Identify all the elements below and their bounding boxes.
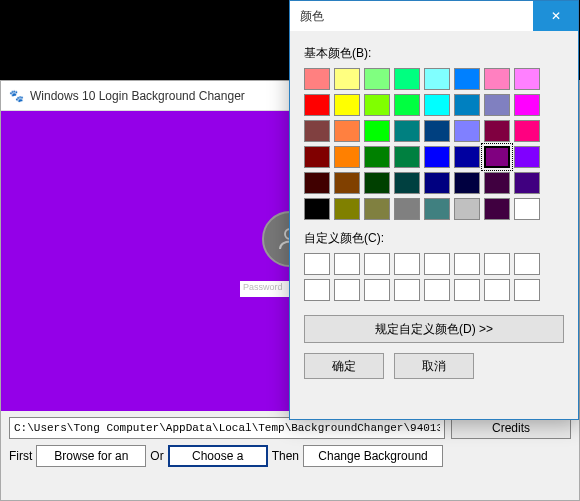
color-swatch[interactable] [514,120,540,142]
color-swatch[interactable] [484,146,510,168]
custom-color-swatch[interactable] [334,279,360,301]
color-swatch[interactable] [334,198,360,220]
custom-color-swatch[interactable] [394,253,420,275]
color-swatch[interactable] [514,146,540,168]
color-swatch[interactable] [304,146,330,168]
ok-button[interactable]: 确定 [304,353,384,379]
color-swatch[interactable] [304,198,330,220]
color-swatch[interactable] [424,120,450,142]
color-swatch[interactable] [454,146,480,168]
custom-color-swatch[interactable] [514,253,540,275]
color-dialog-titlebar: 颜色 ✕ [290,1,578,31]
color-swatch[interactable] [454,172,480,194]
color-swatch[interactable] [334,94,360,116]
app-icon: 🐾 [9,89,24,103]
define-custom-color-button[interactable]: 规定自定义颜色(D) >> [304,315,564,343]
color-swatch[interactable] [424,172,450,194]
color-swatch[interactable] [334,172,360,194]
color-swatch[interactable] [424,146,450,168]
color-swatch[interactable] [424,94,450,116]
color-dialog-close-button[interactable]: ✕ [533,1,578,31]
color-swatch[interactable] [334,120,360,142]
cancel-button[interactable]: 取消 [394,353,474,379]
custom-color-swatch[interactable] [334,253,360,275]
change-background-button[interactable]: Change Background [303,445,443,467]
color-swatch[interactable] [394,94,420,116]
color-dialog-body: 基本颜色(B): 自定义颜色(C): 规定自定义颜色(D) >> 确定 取消 [290,31,578,389]
color-dialog-title: 颜色 [300,8,533,25]
custom-color-swatch[interactable] [424,279,450,301]
color-swatch[interactable] [334,146,360,168]
color-swatch[interactable] [304,120,330,142]
credits-button[interactable]: Credits [451,417,571,439]
color-swatch[interactable] [514,94,540,116]
custom-color-swatch[interactable] [394,279,420,301]
custom-color-swatch[interactable] [364,279,390,301]
color-swatch[interactable] [304,172,330,194]
color-swatch[interactable] [364,120,390,142]
color-swatch[interactable] [484,120,510,142]
color-swatch[interactable] [514,198,540,220]
color-swatch[interactable] [424,68,450,90]
color-swatch[interactable] [424,198,450,220]
color-dialog: 颜色 ✕ 基本颜色(B): 自定义颜色(C): 规定自定义颜色(D) >> 确定… [289,0,579,420]
color-swatch[interactable] [454,198,480,220]
color-swatch[interactable] [394,172,420,194]
basic-color-grid [304,68,564,220]
color-swatch[interactable] [484,94,510,116]
custom-color-swatch[interactable] [304,253,330,275]
custom-color-swatch[interactable] [514,279,540,301]
basic-colors-label: 基本颜色(B): [304,45,564,62]
color-swatch[interactable] [364,146,390,168]
color-swatch[interactable] [304,68,330,90]
color-swatch[interactable] [454,68,480,90]
color-swatch[interactable] [454,94,480,116]
color-swatch[interactable] [394,146,420,168]
color-swatch[interactable] [484,172,510,194]
color-swatch[interactable] [514,172,540,194]
custom-colors-label: 自定义颜色(C): [304,230,564,247]
color-swatch[interactable] [364,198,390,220]
browse-button[interactable]: Browse for an [36,445,146,467]
custom-color-swatch[interactable] [304,279,330,301]
color-swatch[interactable] [394,68,420,90]
color-swatch[interactable] [514,68,540,90]
first-label: First [9,449,32,463]
custom-color-grid [304,253,564,301]
color-swatch[interactable] [394,120,420,142]
path-input[interactable] [9,417,445,439]
action-row: First Browse for an Or Choose a Then Cha… [1,441,579,475]
or-label: Or [150,449,163,463]
color-swatch[interactable] [484,68,510,90]
color-swatch[interactable] [394,198,420,220]
custom-color-swatch[interactable] [454,253,480,275]
dialog-button-row: 确定 取消 [304,353,564,379]
color-swatch[interactable] [334,68,360,90]
custom-color-swatch[interactable] [364,253,390,275]
close-icon: ✕ [551,9,561,23]
color-swatch[interactable] [364,172,390,194]
custom-color-swatch[interactable] [454,279,480,301]
choose-color-button[interactable]: Choose a [168,445,268,467]
color-swatch[interactable] [484,198,510,220]
color-swatch[interactable] [364,94,390,116]
custom-color-swatch[interactable] [484,279,510,301]
custom-color-swatch[interactable] [424,253,450,275]
custom-color-swatch[interactable] [484,253,510,275]
then-label: Then [272,449,299,463]
color-swatch[interactable] [304,94,330,116]
color-swatch[interactable] [454,120,480,142]
color-swatch[interactable] [364,68,390,90]
